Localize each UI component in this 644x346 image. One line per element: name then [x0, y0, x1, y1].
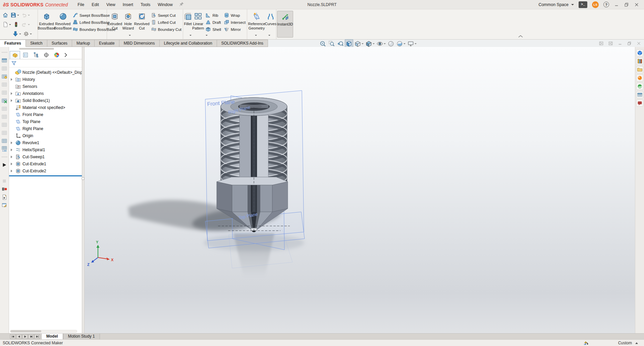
blank-table-icon[interactable]: [1, 137, 8, 144]
dropdown-caret-icon[interactable]: [9, 24, 11, 26]
hole-table-icon[interactable]: [1, 89, 8, 96]
restore-button[interactable]: [624, 2, 629, 7]
dropdown-caret-icon[interactable]: [384, 43, 386, 45]
bom-table-icon[interactable]: [1, 73, 8, 80]
tree-item-sensors[interactable]: Sensors: [9, 83, 82, 90]
options-gear-button[interactable]: [23, 31, 32, 37]
expand-arrow-icon[interactable]: [11, 149, 14, 151]
ribbon-button[interactable]: Swept Cut: [150, 12, 183, 19]
motion-study-1-tab[interactable]: Motion Study 1: [63, 334, 100, 339]
tab-surfaces[interactable]: Surfaces: [47, 40, 72, 47]
design-library-tab[interactable]: [636, 58, 643, 65]
panel-scrollbar[interactable]: [19, 48, 54, 50]
spacer[interactable]: [1, 170, 8, 176]
restore-document-button[interactable]: [627, 41, 632, 46]
custom-properties-tab[interactable]: [636, 91, 643, 98]
ribbon-button[interactable]: Wrap: [222, 12, 247, 19]
console-button[interactable]: >_: [579, 1, 587, 8]
revolved-boss-base-button[interactable]: Revolved Boss/Base: [55, 11, 71, 38]
displaymanager-tab[interactable]: [51, 51, 62, 59]
pin-menu-icon[interactable]: [179, 2, 184, 8]
tree-filter[interactable]: [9, 59, 82, 67]
configurationmanager-tab[interactable]: [31, 51, 41, 59]
dropdown-caret-icon[interactable]: [415, 43, 417, 45]
tree-item-annotations[interactable]: Annotations: [9, 90, 82, 97]
export-table-icon[interactable]: [1, 97, 8, 104]
home-button[interactable]: [2, 12, 9, 18]
tree-item-front-plane[interactable]: Front Plane: [9, 111, 82, 118]
go-to-end-button[interactable]: [34, 334, 40, 339]
panel-splitter[interactable]: [82, 47, 85, 333]
propertymanager-tab[interactable]: [20, 51, 31, 59]
next-pane-button[interactable]: [608, 41, 613, 46]
play-button[interactable]: [22, 334, 28, 339]
expand-arrow-icon[interactable]: [11, 141, 14, 144]
dropdown-caret-icon[interactable]: [28, 15, 30, 17]
new-macro-button[interactable]: [1, 194, 8, 200]
display-units[interactable]: Custom: [618, 341, 632, 345]
splitter-grip[interactable]: [82, 177, 85, 180]
threedexperience-panel-tab[interactable]: [636, 49, 643, 56]
tree-item-cut-extrude2[interactable]: Cut-Extrude2: [9, 167, 82, 174]
tree-item-material[interactable]: Material <not specified>: [9, 104, 82, 111]
ribbon-button[interactable]: Draft: [204, 19, 222, 26]
scenes-tab[interactable]: [636, 83, 643, 90]
tree-item-top-plane[interactable]: Top Plane: [9, 118, 82, 125]
tab-mbd-dimensions[interactable]: MBD Dimensions: [119, 40, 160, 47]
dimxpertmanager-tab[interactable]: [41, 51, 51, 59]
forum-tab[interactable]: [636, 100, 643, 107]
drag-handle[interactable]: [1, 49, 8, 56]
minimize-button[interactable]: [614, 2, 619, 7]
rebuild-button[interactable]: [13, 21, 19, 28]
menu-item[interactable]: Edit: [88, 0, 103, 9]
expand-arrow-icon[interactable]: [11, 156, 14, 158]
ribbon-button[interactable]: Intersect: [222, 19, 247, 26]
previous-frame-button[interactable]: [16, 334, 22, 339]
tab-sketch[interactable]: Sketch: [26, 40, 47, 47]
model-tab[interactable]: Model: [41, 334, 63, 339]
tree-item-origin[interactable]: Origin: [9, 132, 82, 139]
drag-handle[interactable]: [1, 154, 8, 160]
flyout-caret-icon[interactable]: [268, 33, 270, 38]
dropdown-caret-icon[interactable]: [362, 43, 364, 45]
featuremanager-tab[interactable]: [10, 51, 20, 59]
extruded-cut-button[interactable]: Extruded Cut: [107, 11, 122, 38]
tab-solidworks-add-ins[interactable]: SOLIDWORKS Add-Ins: [217, 40, 268, 47]
expand-arrow-icon[interactable]: [11, 92, 14, 95]
menu-item[interactable]: File: [74, 0, 88, 9]
tree-item-cut-sweep1[interactable]: Cut-Sweep1: [9, 153, 82, 160]
ribbon-button[interactable]: Mirror: [222, 26, 247, 33]
scrollbar-thumb[interactable]: [10, 330, 41, 332]
tab-features[interactable]: Features: [0, 40, 26, 47]
dropdown-caret-icon[interactable]: [30, 34, 32, 36]
flyout-caret-icon[interactable]: [206, 33, 208, 38]
collapse-ribbon-button[interactable]: [518, 34, 524, 38]
file-explorer-tab[interactable]: [636, 66, 643, 73]
hole-wizard-button[interactable]: Hole Wizard: [122, 11, 134, 38]
tree-item-right-plane[interactable]: Right Plane: [9, 125, 82, 132]
tab-evaluate[interactable]: Evaluate: [95, 40, 119, 47]
tree-item-solid-bodies[interactable]: Solid Bodies(1): [9, 97, 82, 104]
nozzle-model[interactable]: [217, 98, 288, 232]
ribbon-button[interactable]: Shell: [204, 26, 222, 33]
menu-item[interactable]: Insert: [119, 0, 137, 9]
expand-arrow-icon[interactable]: [11, 170, 14, 172]
hide-show-button[interactable]: [12, 31, 21, 37]
flyout-caret-icon[interactable]: [190, 33, 192, 38]
minimize-document-button[interactable]: [617, 41, 623, 46]
dropdown-caret-icon[interactable]: [28, 24, 30, 26]
tree-item-history[interactable]: History: [9, 76, 82, 83]
redo-button[interactable]: [21, 21, 30, 28]
menu-item[interactable]: Window: [154, 0, 176, 9]
expand-arrow-icon[interactable]: [11, 78, 14, 81]
user-avatar[interactable]: LS: [592, 1, 599, 8]
tab-lifecycle-and-collaboration[interactable]: Lifecycle and Collaboration: [160, 40, 217, 47]
ribbon-button[interactable]: Lofted Cut: [150, 19, 183, 26]
rollback-bar[interactable]: [9, 175, 82, 176]
graphics-viewport[interactable]: Front Plane Right Plane Top Plane Y X Z: [85, 47, 635, 333]
design-table-icon[interactable]: [1, 57, 8, 64]
menu-item[interactable]: Tools: [137, 0, 154, 9]
chevron-up-icon[interactable]: [635, 341, 638, 344]
new-document-button[interactable]: [2, 21, 11, 28]
dropdown-caret-icon[interactable]: [404, 43, 406, 45]
